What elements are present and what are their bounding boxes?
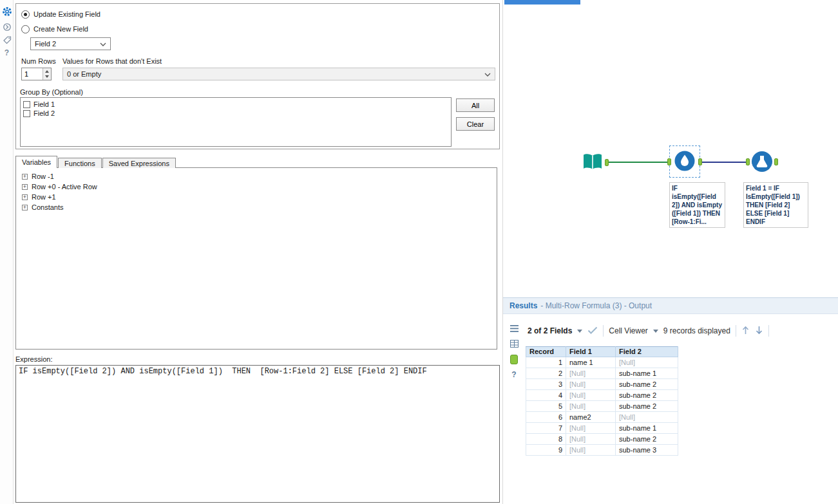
field-select[interactable]: Field 2 (30, 37, 111, 50)
group-by-option[interactable]: Field 2 (23, 109, 448, 118)
record-number-cell[interactable]: 6 (526, 412, 566, 423)
table-row: 2[Null]sub-name 1 (526, 368, 678, 379)
tree-item-label: Row +1 (32, 193, 56, 201)
chevron-down-icon[interactable] (484, 70, 491, 78)
expand-icon[interactable]: + (22, 205, 28, 210)
output-anchor[interactable] (605, 159, 609, 166)
checkbox-icon[interactable] (23, 110, 30, 117)
group-by-option[interactable]: Field 1 (23, 100, 448, 109)
record-number-cell[interactable]: 3 (526, 379, 566, 390)
tab-variables[interactable]: Variables (15, 156, 57, 168)
tag-icon[interactable] (0, 33, 14, 46)
multirow-annotation[interactable]: IF isEmpty([Field 2]) AND isEmpty ([Fiel… (669, 182, 725, 228)
scroll-up-icon[interactable] (741, 325, 750, 337)
column-header-field-2[interactable]: Field 2 (616, 347, 678, 357)
data-cell[interactable]: sub-name 2 (616, 390, 678, 401)
expand-icon[interactable]: + (22, 174, 28, 180)
checkbox-icon[interactable] (23, 101, 30, 108)
spin-down-icon[interactable] (43, 74, 51, 80)
chevron-down-icon[interactable] (653, 330, 658, 333)
group-by-list: Field 1Field 2 (20, 97, 452, 147)
input-anchor[interactable] (667, 158, 671, 165)
tab-saved-expressions[interactable]: Saved Expressions (102, 158, 176, 168)
tool-multirow-formula[interactable] (669, 145, 700, 178)
record-number-cell[interactable]: 7 (526, 423, 566, 434)
tool-text-input[interactable] (582, 152, 604, 173)
radio-unselected-icon[interactable] (21, 25, 30, 33)
chevron-down-icon[interactable] (577, 330, 582, 333)
data-cell[interactable]: sub-name 2 (616, 401, 678, 412)
data-cell[interactable]: [Null] (566, 368, 616, 379)
tree-item-label: Row -1 (32, 173, 54, 180)
fields-dropdown[interactable]: 2 of 2 Fields (528, 326, 572, 335)
scroll-down-icon[interactable] (755, 325, 763, 337)
table-row: 1name 1[Null] (526, 357, 678, 368)
results-panel: Results - Multi-Row Formula (3) - Output (502, 297, 838, 504)
tree-item[interactable]: +Constants (16, 202, 497, 212)
output-anchor-icon[interactable] (506, 351, 522, 367)
formula-annotation[interactable]: Field 1 = IF IsEmpty([Field 1]) THEN [Fi… (743, 182, 808, 228)
help-icon[interactable]: ? (506, 367, 522, 382)
data-cell[interactable]: [Null] (616, 357, 678, 368)
table-row: 4[Null]sub-name 2 (526, 390, 678, 401)
data-cell[interactable]: sub-name 2 (616, 434, 678, 445)
record-number-cell[interactable]: 1 (526, 357, 566, 368)
radio-create-new[interactable]: Create New Field (21, 24, 88, 34)
flask-icon (750, 167, 774, 174)
record-number-cell[interactable]: 8 (526, 434, 566, 445)
toolbar-separator (736, 325, 736, 337)
clear-button[interactable]: Clear (456, 117, 495, 131)
expand-icon[interactable]: + (22, 194, 28, 200)
circle-arrow-icon[interactable] (0, 21, 14, 33)
column-header-record[interactable]: Record (526, 347, 566, 357)
column-header-field-1[interactable]: Field 1 (566, 347, 616, 357)
values-select[interactable]: 0 or Empty (62, 68, 495, 80)
tree-item-label: Constants (32, 203, 64, 211)
chevron-down-icon[interactable] (100, 40, 106, 48)
tree-item[interactable]: +Row -1 (16, 171, 497, 182)
num-rows-input[interactable] (22, 68, 43, 80)
data-cell[interactable]: [Null] (566, 445, 616, 456)
list-view-icon[interactable] (506, 321, 522, 336)
num-rows-stepper[interactable] (21, 68, 52, 80)
data-cell[interactable]: [Null] (566, 379, 616, 390)
tab-functions[interactable]: Functions (58, 158, 102, 168)
data-cell[interactable]: sub-name 3 (616, 445, 678, 456)
record-number-cell[interactable]: 4 (526, 390, 566, 401)
apply-checkmark-icon[interactable] (587, 326, 598, 336)
num-rows-label: Num Rows (21, 57, 56, 65)
input-anchor[interactable] (746, 158, 750, 165)
variables-tree: +Row -1+Row +0 - Active Row+Row +1+Const… (15, 167, 497, 350)
tree-item[interactable]: +Row +0 - Active Row (16, 182, 497, 192)
data-cell[interactable]: name 1 (566, 357, 616, 368)
radio-selected-icon[interactable] (21, 10, 30, 19)
cell-viewer-dropdown[interactable]: Cell Viewer (609, 326, 647, 335)
tool-formula[interactable] (750, 150, 774, 173)
radio-update-existing[interactable]: Update Existing Field (21, 9, 100, 19)
expression-editor[interactable]: IF isEmpty([Field 2]) AND isEmpty([Field… (15, 365, 500, 503)
gear-icon[interactable] (0, 5, 14, 18)
data-cell[interactable]: [Null] (566, 434, 616, 445)
tree-item[interactable]: +Row +1 (16, 192, 497, 202)
record-number-cell[interactable]: 5 (526, 401, 566, 412)
output-anchor[interactable] (698, 158, 702, 165)
data-cell[interactable]: sub-name 1 (616, 423, 678, 434)
output-anchor[interactable] (774, 158, 778, 165)
data-cell[interactable]: [Null] (566, 423, 616, 434)
data-cell[interactable]: name2 (566, 412, 616, 423)
data-cell[interactable]: [Null] (566, 390, 616, 401)
results-toolbar: 2 of 2 Fields Cell Viewer 9 records disp… (528, 323, 769, 339)
grid-view-icon[interactable] (506, 336, 522, 351)
data-cell[interactable]: [Null] (566, 401, 616, 412)
spin-up-icon[interactable] (43, 68, 51, 74)
data-cell[interactable]: sub-name 2 (616, 379, 678, 390)
workflow-canvas[interactable]: IF isEmpty([Field 2]) AND isEmpty ([Fiel… (502, 0, 838, 297)
record-number-cell[interactable]: 9 (526, 445, 566, 456)
help-icon[interactable]: ? (0, 46, 14, 59)
all-button[interactable]: All (456, 98, 495, 112)
results-icon-strip: ? (506, 321, 522, 382)
data-cell[interactable]: [Null] (616, 412, 678, 423)
data-cell[interactable]: sub-name 1 (616, 368, 678, 379)
expand-icon[interactable]: + (22, 184, 28, 190)
record-number-cell[interactable]: 2 (526, 368, 566, 379)
